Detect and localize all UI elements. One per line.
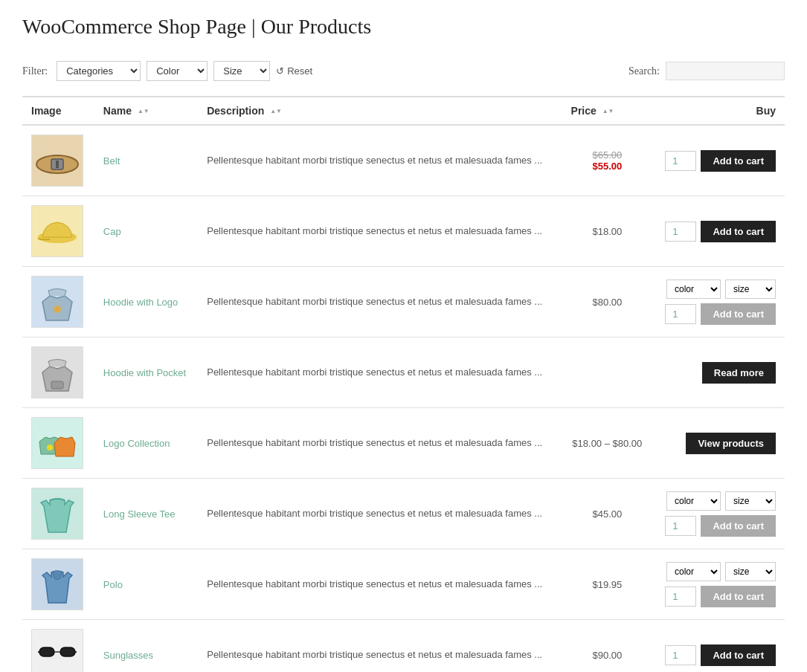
variant-row: colorsize [661, 562, 776, 581]
quantity-input[interactable] [665, 587, 696, 607]
filter-bar: Filter: Categories Color Size ↺ Reset Se… [22, 61, 785, 81]
col-header-description: Description ▲▼ [198, 97, 562, 125]
table-header-row: Image Name ▲▼ Description ▲▼ Price ▲▼ Bu… [22, 97, 785, 125]
product-image [31, 488, 83, 540]
size-filter[interactable]: Size [213, 61, 270, 81]
color-select[interactable]: color [666, 491, 721, 511]
product-price: $18.00 [562, 196, 653, 267]
product-buy-cell: colorsizeAdd to cart [652, 549, 785, 620]
product-description-cell: Pellentesque habitant morbi tristique se… [198, 620, 562, 673]
view-products-button[interactable]: View products [686, 433, 776, 454]
col-header-buy: Buy [652, 97, 785, 125]
product-description-cell: Pellentesque habitant morbi tristique se… [198, 479, 562, 549]
product-name-cell: Hoodie with Pocket [94, 337, 198, 408]
product-price-cell: $65.00$55.00 [562, 125, 653, 196]
product-image-cell [22, 479, 94, 549]
product-price: $45.00 [562, 479, 653, 549]
page-title: WooCommerce Shop Page | Our Products [22, 15, 785, 39]
search-input[interactable] [666, 62, 785, 80]
buy-row: Add to cart [661, 221, 776, 242]
read-more-button[interactable]: Read more [702, 362, 776, 384]
products-table: Image Name ▲▼ Description ▲▼ Price ▲▼ Bu… [22, 96, 785, 672]
name-sort-arrows[interactable]: ▲▼ [138, 109, 149, 114]
product-image [31, 135, 83, 187]
variant-row: colorsize [661, 280, 776, 299]
color-filter[interactable]: Color [147, 61, 208, 81]
product-name[interactable]: Logo Collection [103, 438, 170, 449]
variant-row: colorsize [661, 491, 776, 511]
product-name-cell: Logo Collection [94, 408, 198, 479]
product-image-cell [22, 337, 94, 408]
buy-row: Add to cart [661, 515, 776, 537]
buy-row: Add to cart [661, 150, 776, 172]
search-label: Search: [628, 65, 660, 77]
quantity-input[interactable] [665, 304, 696, 324]
size-select[interactable]: size [725, 562, 776, 581]
svg-rect-9 [39, 647, 54, 656]
product-name[interactable]: Cap [103, 226, 121, 237]
product-image [31, 346, 83, 398]
buy-row: Add to cart [661, 303, 776, 325]
product-description-cell: Pellentesque habitant morbi tristique se… [198, 549, 562, 620]
col-header-image: Image [22, 97, 94, 125]
product-price [562, 337, 653, 408]
add-to-cart-button[interactable]: Add to cart [701, 515, 776, 537]
table-row: Hoodie with LogoPellentesque habitant mo… [22, 267, 785, 337]
add-to-cart-button[interactable]: Add to cart [701, 150, 776, 172]
color-select[interactable]: color [666, 280, 721, 299]
product-name-cell: Belt [94, 125, 198, 196]
product-image-cell [22, 620, 94, 673]
color-select[interactable]: color [666, 562, 721, 581]
product-name[interactable]: Sunglasses [103, 650, 153, 661]
add-to-cart-button[interactable]: Add to cart [701, 644, 776, 666]
product-name[interactable]: Belt [103, 155, 120, 167]
product-image [31, 205, 83, 257]
quantity-input[interactable] [665, 516, 696, 536]
product-description-cell: Pellentesque habitant morbi tristique se… [198, 196, 562, 267]
price-sort-arrows[interactable]: ▲▼ [602, 109, 614, 114]
table-row: PoloPellentesque habitant morbi tristiqu… [22, 549, 785, 620]
product-buy-cell: Add to cart [652, 196, 785, 267]
product-name-cell: Long Sleeve Tee [94, 479, 198, 549]
product-buy-cell: View products [652, 408, 785, 479]
svg-point-6 [47, 445, 53, 450]
svg-rect-2 [56, 161, 59, 168]
product-price: $90.00 [562, 620, 653, 673]
add-to-cart-button[interactable]: Add to cart [701, 303, 776, 325]
product-image-cell [22, 196, 94, 267]
product-image-cell [22, 267, 94, 337]
svg-rect-5 [51, 381, 63, 389]
product-image [31, 276, 83, 328]
product-image-cell [22, 125, 94, 196]
product-price: $18.00 – $80.00 [562, 408, 653, 479]
reset-button[interactable]: ↺ Reset [276, 65, 312, 77]
product-name[interactable]: Polo [103, 579, 123, 590]
svg-point-4 [54, 306, 61, 313]
col-header-name: Name ▲▼ [94, 97, 198, 125]
description-sort-arrows[interactable]: ▲▼ [270, 109, 282, 114]
product-name[interactable]: Hoodie with Logo [103, 297, 178, 308]
quantity-input[interactable] [665, 151, 696, 171]
table-row: Logo CollectionPellentesque habitant mor… [22, 408, 785, 479]
product-buy-cell: Add to cart [652, 620, 785, 673]
product-description-cell: Pellentesque habitant morbi tristique se… [198, 408, 562, 479]
table-row: BeltPellentesque habitant morbi tristiqu… [22, 125, 785, 196]
product-name[interactable]: Long Sleeve Tee [103, 508, 176, 520]
quantity-input[interactable] [665, 222, 696, 242]
product-image-cell [22, 549, 94, 620]
col-header-price: Price ▲▼ [562, 97, 653, 125]
size-select[interactable]: size [725, 280, 776, 299]
product-image-cell [22, 408, 94, 479]
add-to-cart-button[interactable]: Add to cart [701, 221, 776, 242]
quantity-input[interactable] [665, 645, 696, 665]
product-name[interactable]: Hoodie with Pocket [103, 367, 186, 378]
product-name-cell: Cap [94, 196, 198, 267]
product-price: $80.00 [562, 267, 653, 337]
table-row: Long Sleeve TeePellentesque habitant mor… [22, 479, 785, 549]
categories-filter[interactable]: Categories [57, 61, 141, 81]
size-select[interactable]: size [725, 491, 776, 511]
product-buy-cell: Read more [652, 337, 785, 408]
buy-row: Add to cart [661, 644, 776, 666]
add-to-cart-button[interactable]: Add to cart [701, 586, 776, 607]
product-name-cell: Sunglasses [94, 620, 198, 673]
